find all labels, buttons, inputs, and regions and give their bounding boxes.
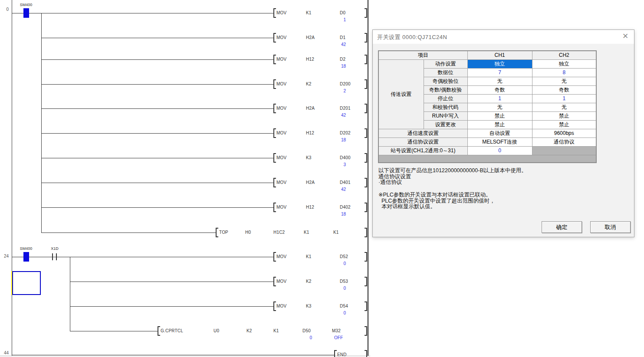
instruction-open-bracket bbox=[158, 326, 160, 336]
setting-item-label: 站号设置(CH1,2通用:0～31) bbox=[378, 146, 467, 155]
column-header-ch1: CH1 bbox=[467, 51, 532, 59]
rung-wire bbox=[41, 207, 273, 208]
left-power-rail bbox=[12, 0, 12, 356]
instruction-open-bracket bbox=[273, 301, 276, 311]
ch1-value-cell[interactable]: 无 bbox=[467, 77, 532, 85]
instruction-operand[interactable]: D52 bbox=[340, 254, 348, 259]
instruction-operand[interactable]: D53 bbox=[340, 279, 348, 284]
instruction-operand[interactable]: H2A bbox=[306, 180, 315, 185]
ch1-value-cell[interactable]: 禁止 bbox=[467, 120, 532, 129]
ch2-value-cell[interactable]: 无 bbox=[532, 103, 596, 111]
ch2-value-cell[interactable]: 独立 bbox=[532, 59, 596, 68]
close-icon[interactable]: ✕ bbox=[621, 33, 629, 40]
instruction-operand[interactable]: K1 bbox=[306, 254, 312, 259]
instruction-operand[interactable]: MOV bbox=[276, 82, 286, 86]
instruction-operand[interactable]: MOV bbox=[276, 205, 286, 210]
cancel-button[interactable]: 取消 bbox=[590, 221, 631, 233]
instruction-operand[interactable]: H2A bbox=[306, 35, 315, 40]
instruction-operand[interactable]: MOV bbox=[276, 254, 286, 259]
instruction-operand[interactable]: MOV bbox=[276, 131, 286, 135]
instruction-operand[interactable]: K1 bbox=[304, 230, 309, 235]
instruction-operand[interactable]: K3 bbox=[306, 155, 312, 160]
ch1-value-cell[interactable]: 禁止 bbox=[467, 111, 532, 120]
instruction-close-bracket bbox=[365, 8, 367, 18]
ladder-editor[interactable]: 0MOVK1D01MOVH2AD142MOVH12D218MOVK2D2002M… bbox=[0, 0, 370, 357]
instruction-operand[interactable]: K2 bbox=[306, 82, 312, 86]
rung-wire bbox=[41, 38, 273, 38]
edit-cursor-box[interactable] bbox=[12, 271, 41, 295]
instruction-operand[interactable]: H1C2 bbox=[273, 230, 285, 235]
instruction-operand[interactable]: K2 bbox=[306, 279, 312, 284]
instruction-operand[interactable]: MOV bbox=[276, 155, 286, 160]
instruction-operand[interactable]: G.CPRTCL bbox=[161, 328, 183, 333]
ch2-value-cell[interactable]: 通信协议 bbox=[532, 138, 596, 146]
instruction-operand[interactable]: H12 bbox=[306, 57, 314, 62]
instruction-operand[interactable]: K1 bbox=[306, 10, 312, 15]
instruction-operand[interactable]: D50 bbox=[302, 328, 311, 333]
instruction-operand[interactable]: END bbox=[337, 352, 347, 357]
instruction-operand[interactable]: MOV bbox=[276, 279, 286, 284]
ch2-value-cell[interactable]: 无 bbox=[532, 77, 596, 85]
instruction-operand[interactable]: K1 bbox=[273, 328, 279, 333]
instruction-operand[interactable]: H2A bbox=[306, 106, 315, 111]
instruction-operand[interactable]: MOV bbox=[276, 106, 286, 111]
instruction-operand[interactable]: MOV bbox=[276, 10, 286, 15]
instruction-operand[interactable]: H12 bbox=[306, 205, 314, 210]
ch2-value-cell[interactable]: 禁止 bbox=[532, 111, 596, 120]
monitor-value: 0 bbox=[320, 286, 346, 291]
ch1-value-cell[interactable]: 奇数 bbox=[467, 85, 532, 94]
instruction-operand[interactable]: D2 bbox=[340, 57, 345, 62]
instruction-operand[interactable]: D400 bbox=[340, 155, 351, 160]
monitor-value: 0 bbox=[320, 311, 346, 315]
instruction-close-bracket bbox=[365, 128, 367, 138]
energized-contact[interactable] bbox=[23, 252, 29, 262]
ch1-value-cell[interactable]: 独立 bbox=[467, 59, 532, 68]
ch1-value-cell[interactable]: 自动设置 bbox=[467, 129, 532, 138]
ch2-value-cell[interactable]: 1 bbox=[532, 94, 596, 103]
instruction-operand[interactable]: D0 bbox=[340, 10, 345, 15]
ok-button[interactable]: 确定 bbox=[542, 221, 582, 233]
instruction-operand[interactable]: MOV bbox=[276, 304, 286, 308]
instruction-operand[interactable]: TOP bbox=[219, 230, 228, 235]
open-contact[interactable] bbox=[52, 253, 53, 260]
ch2-value-cell[interactable]: 奇数 bbox=[532, 85, 596, 94]
ch1-value-cell[interactable]: 7 bbox=[467, 68, 532, 77]
instruction-close-bracket bbox=[365, 277, 367, 286]
instruction-operand[interactable]: K2 bbox=[246, 328, 252, 333]
instruction-operand[interactable]: H12 bbox=[306, 131, 314, 135]
instruction-open-bracket bbox=[273, 33, 276, 43]
product-info-note: 以下设置可在产品信息101220000000000-B以上版本中使用。 通信协议… bbox=[378, 168, 527, 186]
instruction-operand[interactable]: M32 bbox=[332, 328, 341, 333]
instruction-operand[interactable]: D54 bbox=[340, 304, 348, 308]
ch2-value-cell[interactable]: 9600bps bbox=[532, 129, 596, 138]
instruction-operand[interactable]: D402 bbox=[340, 205, 351, 210]
instruction-operand[interactable]: K1 bbox=[333, 230, 339, 235]
instruction-operand[interactable]: MOV bbox=[276, 57, 286, 62]
ch1-value-cell[interactable]: MELSOFT连接 bbox=[467, 138, 532, 146]
rung-step-number: 0 bbox=[0, 7, 9, 12]
instruction-operand[interactable]: K3 bbox=[306, 304, 312, 308]
instruction-operand[interactable]: D202 bbox=[340, 131, 351, 135]
instruction-operand[interactable]: D201 bbox=[340, 106, 351, 111]
instruction-operand[interactable]: D1 bbox=[340, 35, 345, 40]
instruction-operand[interactable]: D200 bbox=[340, 82, 351, 86]
instruction-close-bracket bbox=[365, 33, 367, 43]
ch1-value-cell[interactable]: 无 bbox=[467, 103, 532, 111]
switch-setting-table[interactable]: 项目CH1CH2传送设置动作设置独立独立数据位78奇偶校验位无无奇数/偶数校验奇… bbox=[378, 50, 597, 163]
ch2-value-cell[interactable]: 8 bbox=[532, 68, 596, 77]
table-filler-row bbox=[378, 155, 596, 163]
instruction-operand[interactable]: U0 bbox=[214, 328, 219, 333]
instruction-operand[interactable]: MOV bbox=[276, 180, 286, 185]
ch2-value-cell[interactable]: 禁止 bbox=[532, 120, 596, 129]
rung-step-number: 44 bbox=[0, 350, 9, 355]
setting-item-label: 和校验代码 bbox=[424, 103, 467, 111]
instruction-operand[interactable]: MOV bbox=[276, 35, 286, 40]
ch1-value-cell[interactable]: 1 bbox=[467, 94, 532, 103]
instruction-operand[interactable]: D401 bbox=[340, 180, 351, 185]
monitor-value: 18 bbox=[320, 64, 346, 69]
open-contact[interactable] bbox=[56, 253, 57, 260]
instruction-operand[interactable]: H0 bbox=[245, 230, 251, 235]
ch1-value-cell[interactable]: 0 bbox=[467, 146, 532, 155]
dialog-titlebar[interactable]: 开关设置 0000:QJ71C24N ✕ bbox=[373, 30, 634, 44]
energized-contact[interactable] bbox=[23, 8, 29, 18]
